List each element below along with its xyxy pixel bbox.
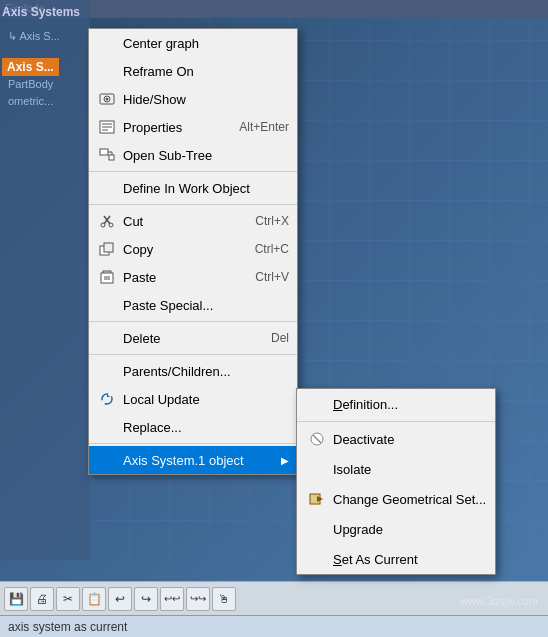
menu-item-properties[interactable]: Properties Alt+Enter — [89, 113, 297, 141]
reframe-label: Reframe On — [123, 64, 194, 79]
isolate-icon — [307, 459, 327, 479]
paste-special-label: Paste Special... — [123, 298, 213, 313]
toolbar-cut[interactable]: ✂ — [56, 587, 80, 611]
isolate-label: Isolate — [333, 462, 371, 477]
define-label: Define In Work Object — [123, 181, 250, 196]
axis-object-icon — [97, 450, 117, 470]
submenu-arrow: ▶ — [281, 455, 289, 466]
deactivate-label: Deactivate — [333, 432, 394, 447]
upgrade-icon — [307, 519, 327, 539]
submenu-separator-1 — [297, 421, 495, 422]
separator-4 — [89, 354, 297, 355]
tree-geom[interactable]: ometric... — [8, 95, 53, 107]
local-update-label: Local Update — [123, 392, 200, 407]
copy-icon — [97, 239, 117, 259]
parents-label: Parents/Children... — [123, 364, 231, 379]
submenu-item-upgrade[interactable]: Upgrade — [297, 514, 495, 544]
change-geo-label: Change Geometrical Set... — [333, 492, 486, 507]
paste-label: Paste — [123, 270, 156, 285]
open-subtree-label: Open Sub-Tree — [123, 148, 212, 163]
reframe-icon — [97, 61, 117, 81]
separator-3 — [89, 321, 297, 322]
replace-icon — [97, 417, 117, 437]
submenu-item-definition[interactable]: Definition... — [297, 389, 495, 419]
submenu-item-change-geo[interactable]: Change Geometrical Set... — [297, 484, 495, 514]
paste-shortcut: Ctrl+V — [235, 270, 289, 284]
definition-label: Definition... — [333, 397, 398, 412]
svg-point-2 — [106, 98, 109, 101]
tree-selected-item[interactable]: Axis S... — [2, 58, 59, 76]
menu-item-replace[interactable]: Replace... — [89, 413, 297, 441]
properties-shortcut: Alt+Enter — [219, 120, 289, 134]
properties-label: Properties — [123, 120, 182, 135]
svg-rect-10 — [109, 155, 114, 160]
svg-rect-18 — [101, 273, 113, 283]
menu-item-cut[interactable]: Cut Ctrl+X — [89, 207, 297, 235]
menu-item-open-subtree[interactable]: Open Sub-Tree — [89, 141, 297, 169]
center-graph-label: Center graph — [123, 36, 199, 51]
toolbar-undo[interactable]: ↩ — [108, 587, 132, 611]
delete-shortcut: Del — [251, 331, 289, 345]
separator-5 — [89, 443, 297, 444]
parents-icon — [97, 361, 117, 381]
svg-point-14 — [109, 223, 113, 227]
menu-item-axis-system-object[interactable]: Axis System.1 object ▶ — [89, 446, 297, 474]
set-as-current-icon — [307, 549, 327, 569]
svg-rect-16 — [104, 243, 113, 252]
tree-partbody[interactable]: PartBody — [8, 78, 53, 90]
toolbar-cursor[interactable]: 🖱 — [212, 587, 236, 611]
submenu-item-set-as-current[interactable]: Set As Current — [297, 544, 495, 574]
toolbar-undo2[interactable]: ↩↩ — [160, 587, 184, 611]
submenu-item-deactivate[interactable]: Deactivate — [297, 424, 495, 454]
menu-item-center-graph[interactable]: Center graph — [89, 29, 297, 57]
svg-rect-7 — [100, 149, 108, 155]
svg-point-13 — [101, 223, 105, 227]
tree-sub-item[interactable]: ↳ Axis S... — [8, 30, 60, 43]
toolbar-redo2[interactable]: ↪↪ — [186, 587, 210, 611]
menu-item-reframe-on[interactable]: Reframe On — [89, 57, 297, 85]
hide-show-label: Hide/Show — [123, 92, 186, 107]
menu-item-define-in-work[interactable]: Define In Work Object — [89, 174, 297, 202]
submenu-item-isolate[interactable]: Isolate — [297, 454, 495, 484]
menu-item-delete[interactable]: Delete Del — [89, 324, 297, 352]
hide-show-icon — [97, 89, 117, 109]
properties-icon — [97, 117, 117, 137]
center-graph-icon — [97, 33, 117, 53]
paste-icon — [97, 267, 117, 287]
svg-marker-22 — [107, 394, 110, 397]
context-menu: Center graph Reframe On Hide/Show Proper… — [88, 28, 298, 475]
menu-item-copy[interactable]: Copy Ctrl+C — [89, 235, 297, 263]
paste-special-icon — [97, 295, 117, 315]
menu-item-local-update[interactable]: Local Update — [89, 385, 297, 413]
separator-2 — [89, 204, 297, 205]
deactivate-icon — [307, 429, 327, 449]
tree-header: Axis Systems — [2, 5, 80, 19]
separator-1 — [89, 171, 297, 172]
define-icon — [97, 178, 117, 198]
upgrade-label: Upgrade — [333, 522, 383, 537]
cut-icon — [97, 211, 117, 231]
watermark: www.3dsjw.com — [460, 595, 538, 607]
toolbar-redo[interactable]: ↪ — [134, 587, 158, 611]
menu-item-parents-children[interactable]: Parents/Children... — [89, 357, 297, 385]
open-subtree-icon — [97, 145, 117, 165]
local-update-icon — [97, 389, 117, 409]
replace-label: Replace... — [123, 420, 182, 435]
set-as-current-label: Set As Current — [333, 552, 418, 567]
axis-object-label: Axis System.1 object — [123, 453, 244, 468]
delete-icon — [97, 328, 117, 348]
submenu: Definition... Deactivate Isolate Change … — [296, 388, 496, 575]
definition-icon — [307, 394, 327, 414]
menu-item-paste[interactable]: Paste Ctrl+V — [89, 263, 297, 291]
toolbar-copy[interactable]: 📋 — [82, 587, 106, 611]
menu-item-hide-show[interactable]: Hide/Show — [89, 85, 297, 113]
menu-item-paste-special[interactable]: Paste Special... — [89, 291, 297, 319]
toolbar-print[interactable]: 🖨 — [30, 587, 54, 611]
status-bar: axis system as current — [0, 615, 548, 637]
cut-label: Cut — [123, 214, 143, 229]
delete-label: Delete — [123, 331, 161, 346]
copy-label: Copy — [123, 242, 153, 257]
copy-shortcut: Ctrl+C — [235, 242, 289, 256]
change-geo-icon — [307, 489, 327, 509]
toolbar-save[interactable]: 💾 — [4, 587, 28, 611]
